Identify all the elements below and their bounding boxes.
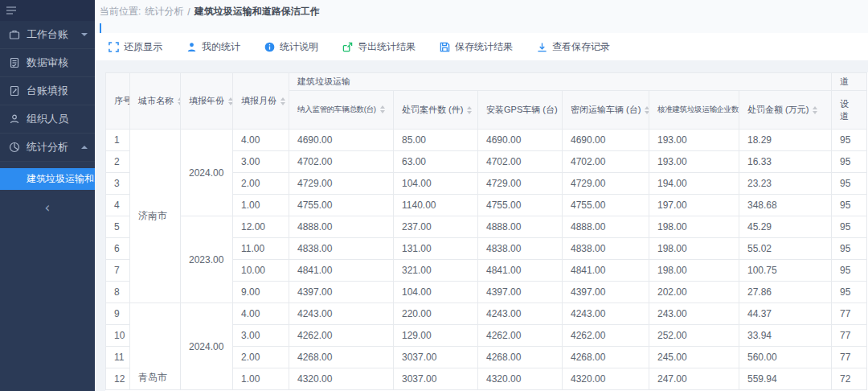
cell-month: 3.00 <box>233 151 289 173</box>
cell-sealed-vehicles: 4243.00 <box>563 303 649 325</box>
cell-month: 9.00 <box>233 282 289 303</box>
col-header-index: 序号 <box>106 73 130 130</box>
sidebar-item-label: 组织人员 <box>27 112 68 126</box>
col-header-sealed-vehicles[interactable]: 密闭运输车辆 (台) <box>563 91 649 130</box>
col-header-month[interactable]: 填报月份 <box>233 73 289 130</box>
breadcrumb: 当前位置: 统计分析 / 建筑垃圾运输和道路保洁工作 <box>100 5 868 19</box>
cell-sealed-vehicles: 4320.00 <box>563 368 649 390</box>
toolbar-button-label: 保存统计结果 <box>455 40 513 54</box>
col-header-year[interactable]: 填报年份 <box>181 73 233 130</box>
briefcase-icon <box>9 29 20 40</box>
cell-index: 4 <box>106 195 130 216</box>
view-saved-records-button[interactable]: 查看保存记录 <box>537 40 610 54</box>
sidebar-item-data-audit[interactable]: 数据审核 <box>0 49 95 77</box>
group-header-clipped: 道 <box>832 73 867 91</box>
cell-clipped-value: 95 <box>832 130 867 151</box>
col-header-gps-vehicles[interactable]: 安装GPS车辆 (台) <box>478 91 563 130</box>
sidebar-collapse-button[interactable]: ‹ <box>0 201 95 215</box>
cell-gps-vehicles: 4243.00 <box>478 303 563 325</box>
sort-icon <box>813 106 817 114</box>
cell-index: 5 <box>106 216 130 238</box>
cell-penalty-amount: 16.33 <box>739 151 832 173</box>
cell-supervised-vehicles: 4702.00 <box>289 151 394 173</box>
cell-gps-vehicles: 4262.00 <box>478 325 563 347</box>
menu-lines-icon[interactable] <box>6 6 17 15</box>
cell-approved-enterprises: 245.00 <box>649 347 739 368</box>
cell-clipped-value: 72 <box>832 368 867 390</box>
column-header-label: 填报年份 <box>189 96 224 105</box>
breadcrumb-location-label: 当前位置: <box>100 5 141 19</box>
save-icon <box>440 42 450 52</box>
main-content: 当前位置: 统计分析 / 建筑垃圾运输和道路保洁工作 还原显示 我的统计 统计说… <box>95 0 868 391</box>
cell-sealed-vehicles: 4841.00 <box>563 260 649 282</box>
cell-approved-enterprises: 252.00 <box>649 325 739 347</box>
sort-icon <box>467 106 472 114</box>
cell-index: 7 <box>106 260 130 282</box>
cell-supervised-vehicles: 4729.00 <box>289 173 394 195</box>
info-circle-icon <box>264 42 275 52</box>
col-header-clipped: 设道 <box>832 91 867 130</box>
audit-doc-icon <box>9 57 20 68</box>
cell-month: 4.00 <box>233 303 289 325</box>
cell-supervised-vehicles: 4838.00 <box>289 238 394 260</box>
statistics-help-button[interactable]: 统计说明 <box>264 40 318 54</box>
cell-sealed-vehicles: 4838.00 <box>563 238 649 260</box>
sidebar-item-stat-analysis[interactable]: 统计分析 <box>0 134 95 162</box>
chevron-up-icon <box>81 146 88 149</box>
cell-approved-enterprises: 193.00 <box>649 151 739 173</box>
statistics-table-card: 序号城市名称填报年份填报月份建筑垃圾运输道纳入监管的车辆总数(台)处罚案件数 (… <box>105 72 868 391</box>
sidebar-subitem-label: 建筑垃圾运输和... <box>27 172 95 186</box>
cell-approved-enterprises: 198.00 <box>649 238 739 260</box>
sidebar-item-work-ledger[interactable]: 工作台账 <box>0 21 95 49</box>
toolbar-button-label: 统计说明 <box>280 40 318 54</box>
cell-year: 2023.00 <box>181 216 233 303</box>
cell-approved-enterprises: 193.00 <box>649 130 739 151</box>
cell-supervised-vehicles: 4397.00 <box>289 282 394 303</box>
cell-approved-enterprises: 198.00 <box>649 260 739 282</box>
cell-gps-vehicles: 4397.00 <box>478 282 563 303</box>
cell-month: 3.00 <box>233 325 289 347</box>
cell-penalty-cases: 104.00 <box>394 282 478 303</box>
cell-penalty-amount: 100.75 <box>739 260 832 282</box>
cell-clipped-value: 77 <box>832 303 867 325</box>
restore-view-button[interactable]: 还原显示 <box>108 40 162 54</box>
breadcrumb-separator: / <box>187 6 190 18</box>
sort-icon <box>280 97 285 105</box>
my-statistics-button[interactable]: 我的统计 <box>186 40 240 54</box>
cell-penalty-amount: 559.94 <box>739 368 832 390</box>
cell-sealed-vehicles: 4690.00 <box>563 130 649 151</box>
cell-year: 2024.00 <box>181 303 233 390</box>
cell-sealed-vehicles: 4729.00 <box>563 173 649 195</box>
sidebar-item-org-personnel[interactable]: 组织人员 <box>0 105 95 134</box>
pie-chart-icon <box>9 142 20 153</box>
toolbar-button-label: 还原显示 <box>124 40 162 54</box>
col-header-city[interactable]: 城市名称 <box>130 73 181 130</box>
cell-index: 8 <box>106 282 130 303</box>
col-header-penalty-amount[interactable]: 处罚金额 (万元) <box>739 91 832 130</box>
cell-month: 1.00 <box>233 368 289 390</box>
cell-penalty-cases: 129.00 <box>394 325 478 347</box>
cell-penalty-amount: 45.29 <box>739 216 832 238</box>
cell-clipped-value: 77 <box>832 325 867 347</box>
cell-index: 6 <box>106 238 130 260</box>
cell-index: 1 <box>106 130 130 151</box>
col-header-penalty-cases[interactable]: 处罚案件数 (件) <box>394 91 478 130</box>
cell-month: 1.00 <box>233 195 289 216</box>
cell-supervised-vehicles: 4320.00 <box>289 368 394 390</box>
column-header-label: 建筑垃圾运输 <box>297 76 350 86</box>
sidebar-subitem-construction-waste[interactable]: 建筑垃圾运输和... <box>0 168 95 190</box>
sort-icon <box>178 97 181 105</box>
export-results-button[interactable]: 导出统计结果 <box>342 40 416 54</box>
cell-supervised-vehicles: 4755.00 <box>289 195 394 216</box>
column-header-label: 核准建筑垃圾运输企业数(家) <box>657 105 739 113</box>
toolbar-button-label: 我的统计 <box>202 40 240 54</box>
table-row: 52023.0012.004888.00237.004888.004888.00… <box>106 216 867 238</box>
save-results-button[interactable]: 保存统计结果 <box>440 40 513 54</box>
table-row: 1济南市2024.004.004690.0085.004690.004690.0… <box>106 130 867 151</box>
sidebar-item-ledger-fill[interactable]: 台账填报 <box>0 77 95 105</box>
sort-icon <box>380 105 385 113</box>
cell-supervised-vehicles: 4243.00 <box>289 303 394 325</box>
col-header-approved-enterprises[interactable]: 核准建筑垃圾运输企业数(家) <box>649 91 739 130</box>
cell-gps-vehicles: 4755.00 <box>478 195 563 216</box>
col-header-supervised-vehicles[interactable]: 纳入监管的车辆总数(台) <box>289 91 394 130</box>
